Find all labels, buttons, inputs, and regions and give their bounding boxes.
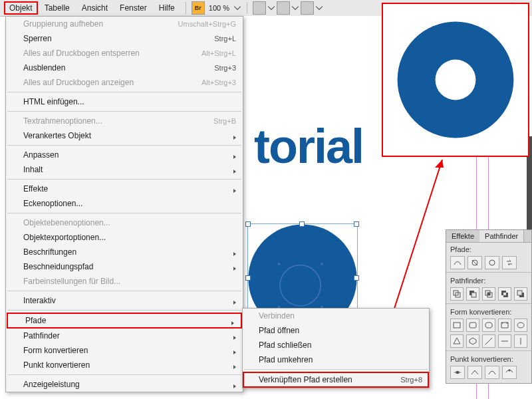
point-symmetric-icon[interactable]	[502, 366, 517, 379]
point-plain-icon[interactable]	[450, 366, 465, 379]
submenu-arrow-icon	[232, 333, 237, 342]
menu-item[interactable]: Anpassen	[6, 148, 243, 162]
submenu-item[interactable]: Pfad schließen	[243, 338, 429, 352]
menu-item[interactable]: Verankertes Objekt	[6, 128, 243, 143]
menu-item-label: Gruppierung aufheben	[23, 19, 178, 29]
pathfinder-add-icon[interactable]	[450, 287, 464, 301]
screen-mode-icon[interactable]	[253, 1, 266, 15]
shape-hline-icon[interactable]	[498, 334, 511, 348]
submenu-arrow-icon	[232, 167, 237, 176]
menu-item[interactable]: HTML einfügen...	[6, 94, 243, 109]
chevron-down-icon[interactable]	[291, 4, 299, 12]
pfade-submenu: VerbindenPfad öffnenPfad schließenPfad u…	[242, 308, 430, 388]
menubar-tabelle[interactable]: Tabelle	[39, 1, 75, 15]
submenu-item: Verbinden	[243, 309, 429, 323]
menu-shortcut: Strg+3	[214, 64, 236, 72]
path-close-icon[interactable]	[485, 256, 499, 269]
selection-handle[interactable]	[245, 221, 251, 227]
svg-rect-18	[471, 293, 476, 297]
logo-text: torial	[254, 119, 363, 174]
selection-handle[interactable]	[299, 221, 305, 227]
arrange-icon[interactable]	[301, 1, 314, 15]
menu-item-label: Inhalt	[23, 165, 236, 174]
menu-shortcut: Alt+Strg+L	[201, 49, 236, 57]
zoom-level[interactable]: 100 %	[206, 4, 232, 12]
submenu-arrow-icon	[232, 133, 237, 142]
menu-item-label: Objektexportoptionen...	[23, 233, 236, 242]
bridge-icon[interactable]: Br	[192, 1, 205, 15]
menu-item-label: Beschneidungspfad	[23, 262, 236, 271]
submenu-arrow-icon	[232, 348, 237, 357]
menu-item[interactable]: Interaktiv	[6, 293, 243, 308]
tab-effekte[interactable]: Effekte	[446, 230, 479, 242]
pathfinder-intersect-icon[interactable]	[482, 287, 495, 301]
menu-item[interactable]: Inhalt	[6, 162, 243, 177]
svg-rect-21	[487, 293, 490, 295]
selection-handle[interactable]	[354, 275, 359, 281]
menubar-hilfe[interactable]: Hilfe	[154, 1, 180, 15]
pathfinder-subtract-icon[interactable]	[466, 287, 479, 301]
submenu-item-label: Verbinden	[259, 311, 422, 321]
chevron-down-icon[interactable]	[267, 4, 275, 12]
menu-item: Objektebenenoptionen...	[6, 215, 243, 230]
path-join-icon[interactable]	[450, 256, 465, 269]
submenu-arrow-icon	[232, 362, 237, 372]
chevron-down-icon[interactable]	[233, 4, 241, 12]
shape-bevel-icon[interactable]	[482, 319, 495, 332]
path-open-icon[interactable]	[467, 256, 482, 269]
menu-item[interactable]: Beschriftungen	[6, 245, 243, 259]
shape-inverse-round-icon[interactable]	[498, 319, 511, 332]
menubar-ansicht[interactable]: Ansicht	[76, 1, 113, 15]
menu-item[interactable]: Objektexportoptionen...	[6, 230, 243, 245]
menu-item[interactable]: Anzeigeleistung	[6, 377, 243, 392]
panel-section-label: Pathfinder:	[446, 274, 531, 286]
menu-item: Farbeinstellungen für Bild...	[6, 274, 243, 289]
point-smooth-icon[interactable]	[485, 366, 499, 379]
menu-item[interactable]: Beschneidungspfad	[6, 259, 243, 274]
menu-item-label: Ausblenden	[23, 63, 214, 72]
pathfinder-panel: Effekte Pathfinder Pfade: Pathfinder: Fo…	[446, 229, 532, 384]
menu-shortcut: Strg+B	[213, 117, 236, 125]
menubar-fenster[interactable]: Fenster	[114, 1, 152, 15]
submenu-item[interactable]: Pfad umkehren	[243, 352, 429, 367]
shape-triangle-icon[interactable]	[450, 334, 464, 348]
menu-item[interactable]: SperrenStrg+L	[6, 31, 243, 46]
svg-point-9	[436, 60, 476, 100]
menubar-objekt[interactable]: Objekt	[4, 1, 38, 15]
menu-item[interactable]: Eckenoptionen...	[6, 196, 243, 211]
submenu-item[interactable]: Pfad öffnen	[243, 323, 429, 338]
menu-item: Alles auf Druckbogen entsperrenAlt+Strg+…	[6, 46, 243, 61]
shape-polygon-icon[interactable]	[466, 334, 479, 348]
path-reverse-icon[interactable]	[502, 256, 517, 269]
menu-shortcut: Alt+Strg+3	[201, 78, 236, 86]
shape-vline-icon[interactable]	[514, 334, 527, 348]
pathfinder-minus-back-icon[interactable]	[514, 287, 527, 301]
menu-shortcut: Strg+L	[214, 35, 236, 43]
toolbar-separator	[247, 2, 247, 14]
view-options-icon[interactable]	[277, 1, 290, 15]
submenu-item[interactable]: Verknüpften Pfad erstellenStrg+8	[243, 372, 429, 388]
chevron-down-icon[interactable]	[315, 4, 323, 12]
objekt-menu: Gruppierung aufhebenUmschalt+Strg+GSperr…	[5, 16, 243, 392]
tab-pathfinder[interactable]: Pathfinder	[479, 230, 524, 242]
shape-line-icon[interactable]	[482, 334, 495, 348]
menu-item[interactable]: AusblendenStrg+3	[6, 61, 243, 75]
menu-item[interactable]: Form konvertieren	[6, 343, 243, 358]
pathfinder-exclude-icon[interactable]	[498, 287, 511, 301]
svg-point-14	[489, 260, 495, 265]
menu-item[interactable]: Pfade	[7, 313, 242, 329]
shape-ellipse-icon[interactable]	[514, 319, 527, 332]
svg-rect-24	[503, 293, 506, 295]
selection-handle[interactable]	[245, 275, 251, 281]
shape-rect-icon[interactable]	[450, 319, 464, 332]
selection-handle[interactable]	[354, 221, 359, 227]
menu-item: Alles auf Druckbogen anzeigenAlt+Strg+3	[6, 75, 243, 90]
point-corner-icon[interactable]	[467, 366, 482, 379]
menu-item[interactable]: Punkt konvertieren	[6, 358, 243, 372]
panel-section-label: Punkt konvertieren:	[446, 352, 531, 364]
menu-item-label: Objektebenenoptionen...	[23, 218, 236, 227]
shape-roundrect-icon[interactable]	[466, 319, 479, 332]
menu-item[interactable]: Effekte	[6, 182, 243, 196]
menu-item-label: HTML einfügen...	[23, 97, 236, 106]
menu-item[interactable]: Pathfinder	[6, 329, 243, 343]
